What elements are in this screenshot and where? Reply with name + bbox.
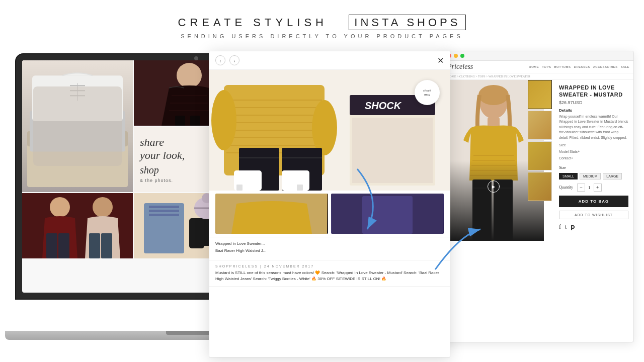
nav-dresses[interactable]: DRESSES <box>574 65 590 68</box>
contact-link[interactable]: Contact+ <box>559 155 628 161</box>
svg-rect-1 <box>27 131 128 146</box>
magazine-label: shockmag <box>415 80 440 105</box>
product-thumbnails <box>528 80 554 201</box>
shop-logo[interactable]: Priceless <box>447 63 473 71</box>
svg-text:SHOCK: SHOCK <box>365 100 402 111</box>
thumbnail-3[interactable] <box>528 141 552 170</box>
breadcrumb: HOME > CLOTHING > TOPS > WRAPPED IN LOVE… <box>443 73 633 80</box>
shop-nav: Priceless HOME TOPS BOTTOMS DRESSES ACCE… <box>443 61 633 73</box>
product-labels-col: Wrapped in Love Sweater... Bazi Racer Hi… <box>215 239 444 256</box>
size-large[interactable]: LARGE <box>603 173 622 179</box>
laptop-camera <box>194 56 198 60</box>
thumbnail-1[interactable] <box>528 80 552 109</box>
post-caption: Mustard is STILL one of this seasons mus… <box>215 270 444 282</box>
video-play-button[interactable]: ▶ <box>488 180 500 193</box>
lightbox-nav: ‹ › ✕ <box>209 51 450 70</box>
svg-point-9 <box>177 63 202 88</box>
model-stats-link[interactable]: Model Stats+ <box>559 149 628 154</box>
product-label-1[interactable]: Wrapped in Love Sweater... <box>215 241 444 246</box>
arrow-laptop-to-popup <box>352 159 392 234</box>
svg-rect-14 <box>190 116 200 126</box>
magazine-text: shockmag <box>423 88 431 97</box>
svg-rect-56 <box>488 117 500 127</box>
svg-rect-34 <box>149 206 179 208</box>
nav-home[interactable]: HOME <box>529 65 539 68</box>
svg-rect-35 <box>149 210 179 212</box>
quantity-increase[interactable]: + <box>594 184 602 192</box>
nav-accessories[interactable]: ACCESSORIES <box>593 65 618 68</box>
quantity-decrease[interactable]: − <box>577 184 585 192</box>
nav-links: HOME TOPS BOTTOMS DRESSES ACCESSORIES SA… <box>529 65 629 68</box>
size-options: SMALL MEDIUM LARGE <box>559 173 628 179</box>
title-highlight: INSTA SHOPS <box>349 15 466 30</box>
product-page: Priceless HOME TOPS BOTTOMS DRESSES ACCE… <box>443 51 634 342</box>
lightbox-product-labels: Wrapped in Love Sweater... Bazi Racer Hi… <box>209 237 450 260</box>
svg-rect-2 <box>30 111 125 152</box>
svg-rect-84 <box>282 170 309 191</box>
svg-rect-31 <box>101 233 112 258</box>
product-label-2[interactable]: Bazi Racer High Waisted J... <box>215 248 444 253</box>
women-jeans-svg <box>22 193 133 258</box>
svg-point-29 <box>93 197 113 217</box>
pinterest-icon[interactable]: 𝗽 <box>571 223 575 231</box>
product-thumb-1[interactable] <box>215 194 328 234</box>
svg-rect-36 <box>149 214 179 216</box>
main-content: share your look, shop & the photos. <box>0 48 644 352</box>
prev-arrow[interactable]: ‹ <box>215 55 225 65</box>
thumb1-svg <box>215 194 328 234</box>
social-share-icons: f t 𝗽 <box>559 223 628 231</box>
grid-cell-sweaters[interactable] <box>22 60 133 192</box>
sweater-svg <box>22 60 133 192</box>
twitter-icon[interactable]: t <box>565 223 567 231</box>
svg-point-26 <box>50 197 70 217</box>
product-meta: Size Model Stats+ Contact+ <box>559 142 628 161</box>
lightbox-thumbnails <box>209 191 450 237</box>
svg-rect-13 <box>175 116 185 126</box>
svg-rect-3 <box>32 75 123 121</box>
add-to-bag-button[interactable]: ADD TO BAG <box>559 196 628 207</box>
page-header: CREATE STYLISH INSTA SHOPS SENDING USERS… <box>0 0 644 48</box>
svg-rect-83 <box>236 185 243 191</box>
outfit-svg: SHOCK <box>209 70 450 191</box>
thumbnail-2[interactable] <box>528 111 552 140</box>
main-title: CREATE STYLISH INSTA SHOPS <box>0 16 644 29</box>
size-guide-link[interactable]: Size <box>559 142 628 148</box>
maximize-dot[interactable] <box>460 54 464 58</box>
quantity-label: Quantity <box>559 185 573 190</box>
svg-rect-85 <box>297 185 303 191</box>
sweater-stack-image <box>22 60 133 192</box>
svg-rect-27 <box>46 233 57 258</box>
nav-arrows: ‹ › <box>215 55 239 65</box>
svg-point-55 <box>478 85 509 105</box>
title-prefix: CREATE STYLISH <box>178 16 328 29</box>
svg-point-77 <box>312 100 337 155</box>
nav-bottoms[interactable]: BOTTOMS <box>554 65 571 68</box>
details-label: Details <box>559 108 628 113</box>
add-to-wishlist-button[interactable]: ADD TO WISHLIST <box>559 211 628 219</box>
svg-point-76 <box>211 90 236 150</box>
facebook-icon[interactable]: f <box>559 223 561 231</box>
thumbnail-4[interactable] <box>528 172 552 201</box>
svg-rect-30 <box>89 233 100 258</box>
product-images: ▶ <box>443 80 554 342</box>
titlebar <box>443 51 633 61</box>
lightbox-main-image: SHOCK shockmag <box>209 70 450 191</box>
quantity-controls: − 1 + <box>577 184 602 192</box>
nav-tops[interactable]: TOPS <box>542 65 551 68</box>
minimize-dot[interactable] <box>454 54 458 58</box>
quantity-row: Quantity − 1 + <box>559 184 628 192</box>
nav-sale[interactable]: SALE <box>621 65 629 68</box>
instagram-lightbox: ‹ › ✕ <box>209 51 450 357</box>
subtitle: SENDING USERS DIRECTLY TO YOUR PRODUCT P… <box>0 33 644 39</box>
product-price: $26.97USD <box>559 100 628 105</box>
size-selector: Size <box>559 165 628 170</box>
next-arrow[interactable]: › <box>229 55 239 65</box>
product-description: Wrap yourself in endless warmth! Our Wra… <box>559 114 628 141</box>
svg-rect-28 <box>58 233 69 258</box>
quantity-value: 1 <box>588 185 591 190</box>
grid-cell-women-jeans[interactable] <box>22 193 133 258</box>
size-small[interactable]: SMALL <box>559 173 578 179</box>
product-info: WRAPPED IN LOVESWEATER - MUSTARD $26.97U… <box>554 80 633 342</box>
close-button[interactable]: ✕ <box>437 56 444 65</box>
size-medium[interactable]: MEDIUM <box>580 173 601 179</box>
